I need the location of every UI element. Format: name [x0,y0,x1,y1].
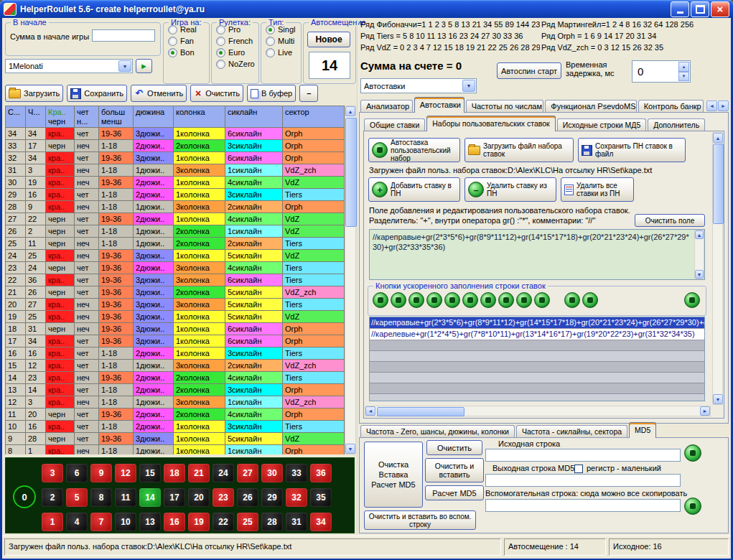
table-scrollbar[interactable] [345,106,356,454]
save-button[interactable]: Сохранить [67,85,127,102]
close-button[interactable] [711,1,729,17]
roulette-cell-13[interactable]: 13 [139,513,161,531]
quick-fill-button-7[interactable] [480,292,496,308]
edit-field-scrollbar[interactable] [694,230,704,279]
table-row[interactable]: 262чернчет1-181дюжи..2колонка1сиклайнVdZ [6,225,345,238]
table-row[interactable]: 3234кра..чет19-363дюжи..1колонка6сиклайн… [6,152,345,164]
roulette-cell-2[interactable]: 2 [42,488,63,507]
tab-2[interactable]: Частота - сиклайны, сектора [516,425,627,438]
roulette-cell-36[interactable]: 36 [310,464,332,482]
roulette-cell-17[interactable]: 17 [164,488,185,507]
table-row[interactable]: 289кра..неч1-181дюжи..3колонка2сиклайнOr… [6,201,345,213]
spin-up-icon[interactable] [678,62,689,72]
load-bet-set-button[interactable]: Загрузить файл набора ставок [464,138,574,162]
chevron-down-icon[interactable] [462,80,475,92]
table-row[interactable]: 1423кра..неч19-362дюжи..2колонка4сиклайн… [6,372,345,384]
chevron-down-icon[interactable] [118,60,131,72]
roulette-cell-14[interactable]: 14 [139,488,161,507]
quick-fill-button-12[interactable] [582,292,598,308]
quick-fill-button-1[interactable] [373,292,388,308]
preset-combo[interactable]: 1Melonati [5,59,133,73]
remove-all-bets-button[interactable]: Удалить все ставки из ПН [561,177,634,202]
md5-clear-button[interactable]: Очистить [426,440,482,455]
roulette-cell-0[interactable]: 0 [13,485,36,508]
scroll-thumb[interactable] [713,144,724,224]
table-row[interactable]: 1120чернчет19-362дюжи..2колонка4сиклайнO… [6,409,345,421]
lowercase-checkbox[interactable] [574,465,583,473]
new-number-button[interactable]: Новое [307,32,350,47]
table-row[interactable]: 1831черннеч19-363дюжи..1колонка6сиклайнO… [6,323,345,335]
roulette-cell-5[interactable]: 5 [66,488,88,507]
scroll-thumb[interactable] [377,407,464,416]
source-string-input[interactable] [485,449,681,462]
scroll-left-icon[interactable] [365,406,375,416]
bet-set-list[interactable]: //кареправые+gr(2*3*5*6)+gr(8*9*11*12)+g… [369,317,705,401]
table-row[interactable]: 313кра..неч1-181дюжи..3колонка1сиклайнVd… [6,164,345,177]
autobets-combo[interactable]: Автоставки [360,78,477,93]
radio-euro[interactable]: Euro [216,47,258,57]
table-row[interactable]: 2027кра..неч19-363дюжи..3колонка5сиклайн… [6,299,345,311]
table-row[interactable]: 1016кра..чет1-182дюжи..1колонка3сиклайнT… [6,421,345,433]
roulette-cell-21[interactable]: 21 [188,464,210,482]
bet-list-item[interactable]: //карелевые+gr(1*2*4*5)+gr(7*8*10*11)+gr… [370,329,704,340]
tab-4[interactable]: Функционал PsevdoMS [545,100,636,113]
tab-3[interactable]: Исходные строки МД5 [557,118,647,131]
autospin-start-button[interactable]: Автоспин старт [497,62,561,79]
scroll-down-icon[interactable] [345,444,355,454]
minimize-button[interactable] [671,1,689,17]
tab-5[interactable]: Контроль банкр [638,100,704,113]
roulette-cell-23[interactable]: 23 [213,488,234,507]
bet-list-item[interactable]: //кареправые+gr(2*3*5*6)+gr(8*9*11*12)+g… [370,317,704,329]
scroll-right-icon[interactable] [700,406,710,416]
table-row[interactable]: 1314кра..чет1-182дюжи..2колонка3сиклайнO… [6,384,345,396]
roulette-cell-15[interactable]: 15 [139,464,161,482]
roulette-cell-24[interactable]: 24 [213,464,234,482]
tab-scroll-left-icon[interactable] [706,101,717,111]
load-button[interactable]: Загрузить [5,85,63,102]
table-row[interactable]: 2425кра..неч19-363дюжи..1колонка5сиклайн… [6,250,345,262]
roulette-cell-11[interactable]: 11 [115,488,136,507]
collapse-button[interactable]: – [299,85,318,102]
table-row[interactable]: 2324чернчет19-362дюжи..3колонка4сиклайнT… [6,262,345,274]
md5-source-action-button[interactable] [684,444,701,462]
table-row[interactable]: 2126чернчет19-363дюжи..2колонка5сиклайнV… [6,286,345,299]
roulette-cell-4[interactable]: 4 [66,513,88,531]
panel-hscrollbar[interactable] [365,406,711,416]
roulette-cell-22[interactable]: 22 [213,513,234,531]
roulette-cell-6[interactable]: 6 [66,464,88,482]
radio-live[interactable]: Live [266,47,301,57]
table-row[interactable]: 2722чернчет19-362дюжи..1колонка4сиклайнV… [6,213,345,225]
quick-fill-button-8[interactable] [498,292,514,308]
table-row[interactable]: 3317черннеч1-182дюжи..2колонка3сиклайнOr… [6,140,345,152]
copy-button[interactable]: В буфер [247,85,296,102]
roulette-cell-20[interactable]: 20 [188,488,210,507]
tab-scroll-right-icon[interactable] [718,101,729,111]
table-row[interactable]: 2916кра..чет1-182дюжи..1колонка3сиклайнT… [6,189,345,201]
roulette-cell-35[interactable]: 35 [310,488,332,507]
quick-fill-button-10[interactable] [534,292,550,308]
table-row[interactable]: 928чернчет19-363дюжи..1колонка5сиклайнVd… [6,433,345,445]
scroll-up-icon[interactable] [695,230,704,239]
delay-spinner[interactable]: 0 [632,60,691,83]
quick-fill-button-3[interactable] [408,292,424,308]
table-row[interactable]: 3434кра..чет19-363дюжи..1колонка6сиклайн… [6,128,345,140]
roulette-cell-1[interactable]: 1 [42,513,63,531]
table-row[interactable]: 81кра..неч1-181дюжи..1колонка1сиклайнOrp… [6,445,345,454]
roulette-cell-16[interactable]: 16 [164,513,185,531]
tab-1[interactable]: Частота - Zero, шансы, дюжины, колонки [360,425,515,438]
roulette-cell-9[interactable]: 9 [90,464,112,482]
roulette-cell-18[interactable]: 18 [164,464,185,482]
roulette-cell-3[interactable]: 3 [42,464,63,482]
quick-fill-button-6[interactable] [462,292,478,308]
roulette-cell-19[interactable]: 19 [188,513,210,531]
scroll-up-icon[interactable] [713,133,723,143]
bet-edit-field[interactable]: //кареправые+gr(2*3*5*6)+gr(8*9*11*12)+g… [369,229,705,280]
md5-clear-paste-aux-button[interactable]: Очистить и вставить во вспом. строку [364,510,476,530]
play-button[interactable] [136,59,152,73]
scroll-thumb[interactable] [345,118,357,227]
remove-bet-button[interactable]: Удалить ставку из ПН [464,177,556,202]
tab-3[interactable]: Частоты по числам [466,100,544,113]
quick-fill-button-11[interactable] [564,292,580,308]
table-row[interactable]: 2511черннеч1-181дюжи..2колонка2сиклайнTi… [6,238,345,250]
radio-nozero[interactable]: NoZero [216,59,258,69]
